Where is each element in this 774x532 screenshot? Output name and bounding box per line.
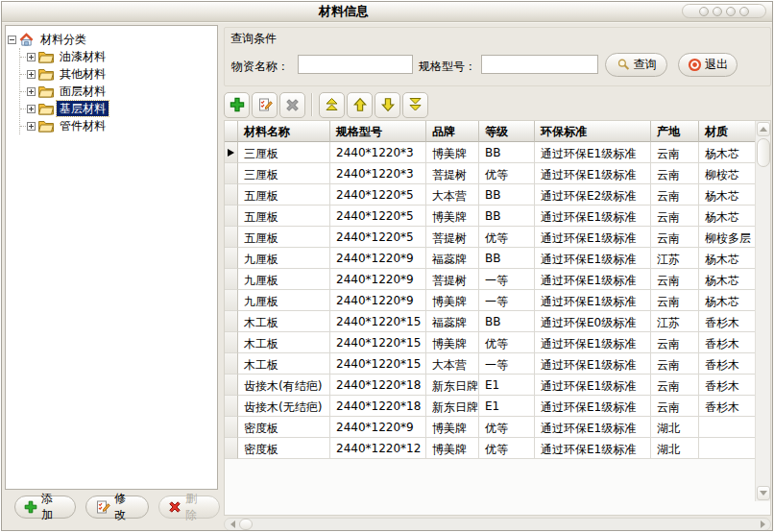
table-cell[interactable]: BB <box>479 142 535 163</box>
table-cell[interactable]: 通过环保E1级标准 <box>535 227 651 248</box>
column-header-4[interactable]: 环保标准 <box>535 121 651 142</box>
table-cell[interactable]: 密度板 <box>238 438 330 459</box>
table-cell[interactable]: 云南 <box>651 206 699 227</box>
table-cell[interactable]: 新东日牌 <box>426 375 479 396</box>
table-cell[interactable]: 云南 <box>651 353 699 375</box>
spec-model-input[interactable] <box>481 55 598 74</box>
table-cell[interactable]: 香杉木 <box>699 311 756 332</box>
table-cell[interactable]: 2440*1220*18 <box>330 396 426 417</box>
window-control-1-icon[interactable] <box>699 7 709 16</box>
table-cell[interactable]: 优等 <box>479 227 535 248</box>
table-cell[interactable]: 五厘板 <box>238 206 330 227</box>
table-row-10[interactable]: 木工板2440*1220*15大本营一等通过环保E1级标准云南香杉木 <box>225 353 756 375</box>
add-row-button[interactable] <box>224 92 250 118</box>
table-cell[interactable]: 通过环保E1级标准 <box>535 142 651 163</box>
tree-item-label[interactable]: 油漆材料 <box>57 49 109 64</box>
row-selector-cell[interactable] <box>225 396 238 417</box>
tree-root-label[interactable]: 材料分类 <box>37 32 89 47</box>
table-cell[interactable]: 九厘板 <box>238 269 330 290</box>
table-cell[interactable] <box>699 417 756 438</box>
table-row-1[interactable]: 三厘板2440*1220*3菩提树优等通过环保E1级标准云南柳桉芯 <box>225 163 756 184</box>
vertical-scrollbar[interactable] <box>755 121 770 501</box>
column-header-3[interactable]: 等级 <box>479 121 535 142</box>
table-cell[interactable]: E1 <box>479 396 535 417</box>
table-cell[interactable]: 博美牌 <box>426 417 479 438</box>
table-cell[interactable]: 一等 <box>479 290 535 311</box>
table-cell[interactable]: 齿接木(无结疤) <box>238 396 330 417</box>
row-selector-cell[interactable] <box>225 353 238 375</box>
column-header-1[interactable]: 规格型号 <box>330 121 426 142</box>
move-up-button[interactable] <box>347 92 373 118</box>
table-cell[interactable]: 2440*1220*5 <box>330 227 426 248</box>
table-cell[interactable]: 博美牌 <box>426 438 479 459</box>
move-down-button[interactable] <box>375 92 400 118</box>
table-row-14[interactable]: 密度板2440*1220*12博美牌优等通过环保E1级标准湖北 <box>225 438 756 459</box>
table-cell[interactable]: 五厘板 <box>238 227 330 248</box>
table-cell[interactable]: 菩提树 <box>426 269 479 290</box>
edit-button[interactable]: 修改 <box>85 496 149 519</box>
table-cell[interactable]: 通过环保E0级标准 <box>535 311 651 332</box>
table-cell[interactable]: 2440*1220*5 <box>330 184 426 206</box>
table-cell[interactable]: 香杉木 <box>699 353 756 375</box>
table-cell[interactable]: 三厘板 <box>238 163 330 184</box>
table-cell[interactable]: 五厘板 <box>238 184 330 206</box>
tree-item-4[interactable]: 管件材料 <box>20 117 215 134</box>
table-cell[interactable]: 博美牌 <box>426 290 479 311</box>
table-cell[interactable]: 2440*1220*9 <box>330 290 426 311</box>
table-cell[interactable]: 香杉木 <box>699 375 756 396</box>
table-cell[interactable]: 2440*1220*15 <box>330 332 426 353</box>
table-cell[interactable]: 通过环保E1级标准 <box>535 290 651 311</box>
table-cell[interactable]: 通过环保E1级标准 <box>535 248 651 269</box>
table-cell[interactable]: 湖北 <box>651 438 699 459</box>
table-cell[interactable]: 2440*1220*3 <box>330 163 426 184</box>
expand-icon[interactable] <box>27 70 36 79</box>
table-cell[interactable]: 三厘板 <box>238 142 330 163</box>
tree-item-label[interactable]: 基层材料 <box>57 101 109 116</box>
table-cell[interactable]: 杨木芯 <box>699 248 756 269</box>
column-header-2[interactable]: 品牌 <box>426 121 479 142</box>
tree-item-label[interactable]: 其他材料 <box>57 66 109 82</box>
table-cell[interactable]: 优等 <box>479 438 535 459</box>
table-cell[interactable]: 新东日牌 <box>426 396 479 417</box>
table-cell[interactable]: 通过环保E1级标准 <box>535 417 651 438</box>
table-cell[interactable]: 香杉木 <box>699 396 756 417</box>
table-row-4[interactable]: 五厘板2440*1220*5菩提树优等通过环保E1级标准云南柳桉多层 <box>225 227 756 248</box>
expand-icon[interactable] <box>27 122 36 131</box>
table-cell[interactable]: 木工板 <box>238 353 330 375</box>
table-cell[interactable] <box>699 438 756 459</box>
row-selector-cell[interactable] <box>225 206 238 227</box>
table-cell[interactable]: 杨木芯 <box>699 184 756 206</box>
table-cell[interactable]: 九厘板 <box>238 290 330 311</box>
scroll-down-button[interactable] <box>757 486 770 500</box>
table-cell[interactable]: 木工板 <box>238 332 330 353</box>
move-first-button[interactable] <box>319 92 345 118</box>
table-cell[interactable]: 通过环保E1级标准 <box>535 163 651 184</box>
table-cell[interactable]: 云南 <box>651 163 699 184</box>
row-selector-cell[interactable] <box>225 290 238 311</box>
table-cell[interactable]: 大本营 <box>426 184 479 206</box>
tree-item-3[interactable]: 基层材料 <box>20 100 215 117</box>
row-selector-cell[interactable] <box>225 227 238 248</box>
edit-row-button[interactable] <box>252 92 278 118</box>
table-cell[interactable]: 2440*1220*9 <box>330 248 426 269</box>
window-control-close-icon[interactable] <box>739 7 749 16</box>
table-cell[interactable]: 一等 <box>479 353 535 375</box>
tree-item-label[interactable]: 面层材料 <box>57 84 109 99</box>
table-cell[interactable]: 大本营 <box>426 353 479 375</box>
table-cell[interactable]: 江苏 <box>651 248 699 269</box>
table-cell[interactable]: 柳桉多层 <box>699 227 756 248</box>
scroll-left-button[interactable] <box>226 519 239 530</box>
tree-item-label[interactable]: 管件材料 <box>57 118 109 133</box>
table-cell[interactable]: 云南 <box>651 184 699 206</box>
table-cell[interactable]: 2440*1220*15 <box>330 311 426 332</box>
table-cell[interactable]: 优等 <box>479 417 535 438</box>
table-cell[interactable]: 云南 <box>651 332 699 353</box>
table-cell[interactable]: 优等 <box>479 163 535 184</box>
table-cell[interactable]: 香杉木 <box>699 332 756 353</box>
table-cell[interactable]: 福蕊牌 <box>426 248 479 269</box>
expand-icon[interactable] <box>27 53 36 61</box>
column-header-6[interactable]: 材质 <box>699 121 756 142</box>
add-button[interactable]: 添加 <box>14 496 76 519</box>
table-cell[interactable]: 2440*1220*5 <box>330 206 426 227</box>
table-cell[interactable]: 一等 <box>479 269 535 290</box>
